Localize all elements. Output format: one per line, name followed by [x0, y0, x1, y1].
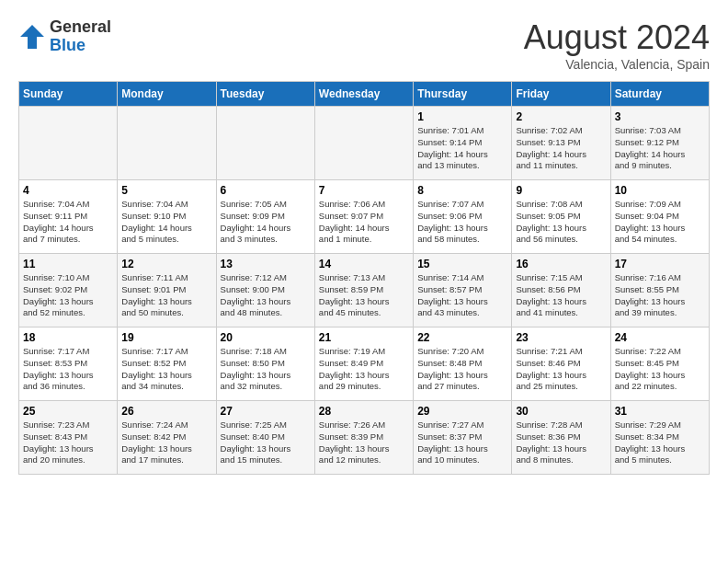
empty-cell: [314, 107, 413, 180]
day-cell-30: 30Sunrise: 7:28 AM Sunset: 8:36 PM Dayli…: [512, 401, 610, 475]
day-info: Sunrise: 7:19 AM Sunset: 8:49 PM Dayligh…: [319, 346, 409, 393]
day-cell-28: 28Sunrise: 7:26 AM Sunset: 8:39 PM Dayli…: [314, 401, 413, 475]
day-info: Sunrise: 7:24 AM Sunset: 8:42 PM Dayligh…: [121, 419, 211, 466]
day-info: Sunrise: 7:18 AM Sunset: 8:50 PM Dayligh…: [221, 346, 311, 393]
day-number: 22: [417, 331, 507, 344]
day-cell-12: 12Sunrise: 7:11 AM Sunset: 9:01 PM Dayli…: [118, 254, 216, 327]
day-info: Sunrise: 7:08 AM Sunset: 9:05 PM Dayligh…: [516, 199, 606, 246]
day-cell-7: 7Sunrise: 7:06 AM Sunset: 9:07 PM Daylig…: [314, 180, 413, 254]
day-number: 16: [516, 258, 606, 270]
day-info: Sunrise: 7:15 AM Sunset: 8:56 PM Dayligh…: [516, 272, 606, 319]
day-cell-21: 21Sunrise: 7:19 AM Sunset: 8:49 PM Dayli…: [314, 327, 413, 401]
day-number: 26: [121, 405, 211, 418]
day-cell-15: 15Sunrise: 7:14 AM Sunset: 8:57 PM Dayli…: [414, 254, 512, 327]
day-number: 20: [221, 331, 311, 344]
day-cell-5: 5Sunrise: 7:04 AM Sunset: 9:10 PM Daylig…: [118, 180, 216, 254]
day-info: Sunrise: 7:26 AM Sunset: 8:39 PM Dayligh…: [319, 419, 409, 466]
day-cell-19: 19Sunrise: 7:17 AM Sunset: 8:52 PM Dayli…: [118, 327, 216, 401]
day-info: Sunrise: 7:25 AM Sunset: 8:40 PM Dayligh…: [221, 419, 311, 466]
week-row-2: 4Sunrise: 7:04 AM Sunset: 9:11 PM Daylig…: [19, 180, 710, 254]
day-number: 7: [319, 184, 409, 197]
day-cell-27: 27Sunrise: 7:25 AM Sunset: 8:40 PM Dayli…: [216, 401, 314, 475]
day-number: 18: [23, 331, 113, 344]
empty-cell: [118, 107, 216, 180]
day-cell-13: 13Sunrise: 7:12 AM Sunset: 9:00 PM Dayli…: [216, 254, 314, 327]
day-number: 31: [615, 405, 705, 418]
day-number: 15: [417, 258, 507, 270]
day-info: Sunrise: 7:03 AM Sunset: 9:12 PM Dayligh…: [615, 125, 705, 172]
day-info: Sunrise: 7:22 AM Sunset: 8:45 PM Dayligh…: [615, 346, 705, 393]
day-cell-8: 8Sunrise: 7:07 AM Sunset: 9:06 PM Daylig…: [414, 180, 512, 254]
day-info: Sunrise: 7:17 AM Sunset: 8:52 PM Dayligh…: [121, 346, 211, 393]
day-info: Sunrise: 7:20 AM Sunset: 8:48 PM Dayligh…: [417, 346, 507, 393]
day-info: Sunrise: 7:28 AM Sunset: 8:36 PM Dayligh…: [516, 419, 606, 466]
day-number: 2: [516, 110, 606, 123]
day-info: Sunrise: 7:23 AM Sunset: 8:43 PM Dayligh…: [23, 419, 113, 466]
header-cell-monday: Monday: [118, 82, 216, 107]
day-cell-26: 26Sunrise: 7:24 AM Sunset: 8:42 PM Dayli…: [118, 401, 216, 475]
calendar-table: SundayMondayTuesdayWednesdayThursdayFrid…: [18, 81, 710, 475]
header-cell-wednesday: Wednesday: [314, 82, 413, 107]
day-info: Sunrise: 7:17 AM Sunset: 8:53 PM Dayligh…: [23, 346, 113, 393]
logo-blue: Blue: [50, 37, 111, 55]
day-info: Sunrise: 7:12 AM Sunset: 9:00 PM Dayligh…: [221, 272, 311, 319]
day-number: 10: [615, 184, 705, 197]
day-number: 3: [615, 110, 705, 123]
day-number: 14: [319, 258, 409, 270]
empty-cell: [216, 107, 314, 180]
week-row-3: 11Sunrise: 7:10 AM Sunset: 9:02 PM Dayli…: [19, 254, 710, 327]
day-info: Sunrise: 7:27 AM Sunset: 8:37 PM Dayligh…: [417, 419, 507, 466]
day-number: 19: [121, 331, 211, 344]
calendar-body: 1Sunrise: 7:01 AM Sunset: 9:14 PM Daylig…: [19, 107, 710, 475]
day-number: 11: [23, 258, 113, 270]
day-number: 30: [516, 405, 606, 418]
day-number: 13: [221, 258, 311, 270]
day-info: Sunrise: 7:04 AM Sunset: 9:10 PM Dayligh…: [121, 199, 211, 246]
day-info: Sunrise: 7:11 AM Sunset: 9:01 PM Dayligh…: [121, 272, 211, 319]
day-number: 12: [121, 258, 211, 270]
day-info: Sunrise: 7:01 AM Sunset: 9:14 PM Dayligh…: [417, 125, 507, 172]
day-info: Sunrise: 7:05 AM Sunset: 9:09 PM Dayligh…: [221, 199, 311, 246]
week-row-1: 1Sunrise: 7:01 AM Sunset: 9:14 PM Daylig…: [19, 107, 710, 180]
day-cell-2: 2Sunrise: 7:02 AM Sunset: 9:13 PM Daylig…: [512, 107, 610, 180]
day-cell-17: 17Sunrise: 7:16 AM Sunset: 8:55 PM Dayli…: [610, 254, 709, 327]
day-cell-18: 18Sunrise: 7:17 AM Sunset: 8:53 PM Dayli…: [19, 327, 118, 401]
day-cell-23: 23Sunrise: 7:21 AM Sunset: 8:46 PM Dayli…: [512, 327, 610, 401]
day-number: 24: [615, 331, 705, 344]
day-info: Sunrise: 7:16 AM Sunset: 8:55 PM Dayligh…: [615, 272, 705, 319]
day-cell-25: 25Sunrise: 7:23 AM Sunset: 8:43 PM Dayli…: [19, 401, 118, 475]
day-info: Sunrise: 7:09 AM Sunset: 9:04 PM Dayligh…: [615, 199, 705, 246]
header-cell-sunday: Sunday: [19, 82, 118, 107]
month-year-title: August 2024: [524, 18, 710, 57]
day-number: 4: [23, 184, 113, 197]
day-number: 25: [23, 405, 113, 418]
day-info: Sunrise: 7:13 AM Sunset: 8:59 PM Dayligh…: [319, 272, 409, 319]
day-cell-1: 1Sunrise: 7:01 AM Sunset: 9:14 PM Daylig…: [414, 107, 512, 180]
day-number: 9: [516, 184, 606, 197]
page-header: General Blue August 2024 Valencia, Valen…: [18, 18, 710, 72]
day-number: 29: [417, 405, 507, 418]
location-subtitle: Valencia, Valencia, Spain: [524, 57, 710, 72]
header-cell-thursday: Thursday: [414, 82, 512, 107]
header-cell-saturday: Saturday: [610, 82, 709, 107]
day-info: Sunrise: 7:06 AM Sunset: 9:07 PM Dayligh…: [319, 199, 409, 246]
day-cell-29: 29Sunrise: 7:27 AM Sunset: 8:37 PM Dayli…: [414, 401, 512, 475]
day-cell-20: 20Sunrise: 7:18 AM Sunset: 8:50 PM Dayli…: [216, 327, 314, 401]
day-number: 27: [221, 405, 311, 418]
day-number: 1: [417, 110, 507, 123]
day-cell-22: 22Sunrise: 7:20 AM Sunset: 8:48 PM Dayli…: [414, 327, 512, 401]
day-info: Sunrise: 7:14 AM Sunset: 8:57 PM Dayligh…: [417, 272, 507, 319]
day-info: Sunrise: 7:07 AM Sunset: 9:06 PM Dayligh…: [417, 199, 507, 246]
day-cell-4: 4Sunrise: 7:04 AM Sunset: 9:11 PM Daylig…: [19, 180, 118, 254]
header-cell-friday: Friday: [512, 82, 610, 107]
week-row-5: 25Sunrise: 7:23 AM Sunset: 8:43 PM Dayli…: [19, 401, 710, 475]
calendar-header: SundayMondayTuesdayWednesdayThursdayFrid…: [19, 82, 710, 107]
header-cell-tuesday: Tuesday: [216, 82, 314, 107]
day-number: 6: [221, 184, 311, 197]
day-cell-3: 3Sunrise: 7:03 AM Sunset: 9:12 PM Daylig…: [610, 107, 709, 180]
day-cell-14: 14Sunrise: 7:13 AM Sunset: 8:59 PM Dayli…: [314, 254, 413, 327]
logo-general: General: [50, 18, 111, 37]
day-number: 5: [121, 184, 211, 197]
day-number: 28: [319, 405, 409, 418]
day-info: Sunrise: 7:04 AM Sunset: 9:11 PM Dayligh…: [23, 199, 113, 246]
